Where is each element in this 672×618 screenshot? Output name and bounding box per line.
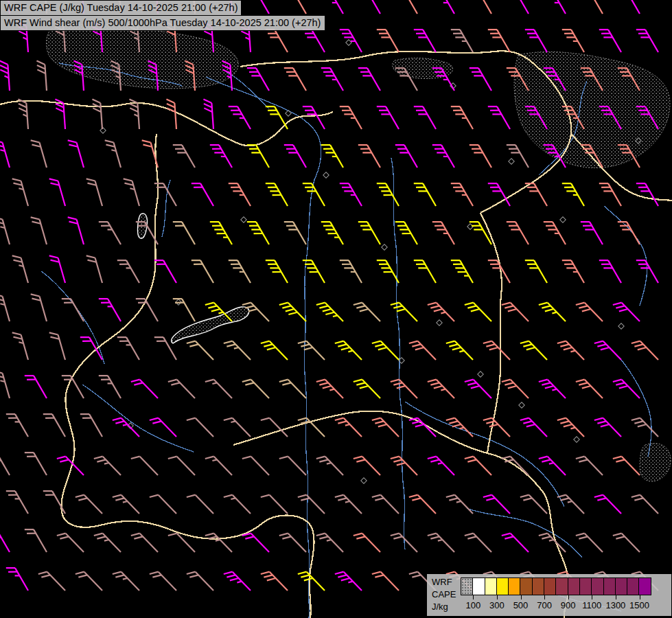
- cape-colorbar-cell: [638, 577, 651, 595]
- colorbar-tick: [592, 595, 592, 599]
- cape-colorbar-cell: [568, 577, 580, 595]
- colorbar-tick: [616, 595, 616, 599]
- cape-colorbar-cells: [461, 577, 667, 595]
- cape-colorbar-cell: [520, 577, 532, 595]
- cape-colorbar-cell: [555, 577, 568, 595]
- cape-colorbar-cell: [532, 577, 544, 595]
- colorbar-tick: [640, 595, 640, 599]
- legend-title-line3: J/kg: [432, 601, 456, 613]
- legend-title: WRF CAPE J/kg: [432, 576, 456, 613]
- cape-colorbar-cell: [496, 577, 509, 595]
- weather-map: WRF CAPE (J/kg) Tuesday 14-10-2025 21:00…: [0, 0, 672, 618]
- map-canvas: [0, 0, 672, 618]
- cape-legend: WRF CAPE J/kg 10030050070090011001300150…: [427, 574, 671, 616]
- legend-title-line1: WRF: [432, 576, 456, 588]
- cape-colorbar-cell: [544, 577, 556, 595]
- title-wind-shear: WRF Wind shear (m/s) 500/1000hPa Tuesday…: [0, 15, 325, 31]
- colorbar-tick: [521, 595, 522, 599]
- cape-colorbar-cell: [472, 577, 485, 595]
- colorbar-tick: [473, 595, 474, 599]
- title-cape: WRF CAPE (J/kg) Tuesday 14-10-2025 21:00…: [0, 0, 242, 16]
- colorbar-tick: [568, 595, 569, 599]
- colorbar-tick: [497, 595, 498, 599]
- cape-colorbar-cell: [579, 577, 592, 595]
- cape-colorbar-cell: [485, 577, 497, 595]
- colorbar-tick: [544, 595, 545, 599]
- cape-colorbar-cell: [508, 577, 520, 595]
- cape-colorbar-cell: [627, 577, 639, 595]
- cape-colorbar-cell: [591, 577, 603, 595]
- cape-colorbar-cell: [461, 577, 473, 595]
- legend-title-line2: CAPE: [432, 588, 456, 601]
- cape-colorbar: 100300500700900110013001500: [461, 577, 667, 615]
- cape-colorbar-cell: [615, 577, 627, 595]
- cape-colorbar-cell: [603, 577, 616, 595]
- colorbar-tick-label: 1500: [625, 600, 655, 610]
